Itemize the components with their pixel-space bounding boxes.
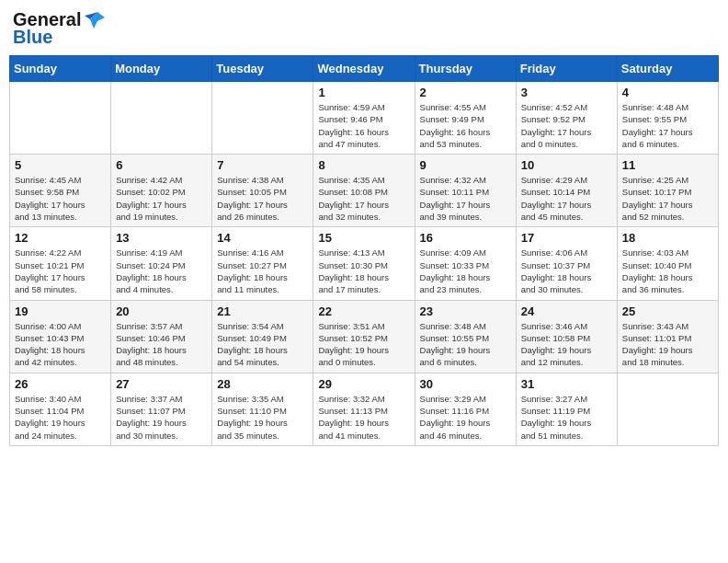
calendar-cell: 22Sunrise: 3:51 AM Sunset: 10:52 PM Dayl… (313, 300, 415, 373)
day-number: 3 (521, 86, 612, 99)
calendar-cell (111, 82, 212, 155)
day-number: 23 (420, 304, 511, 318)
calendar-table: SundayMondayTuesdayWednesdayThursdayFrid… (9, 55, 719, 446)
calendar-cell: 1Sunrise: 4:59 AM Sunset: 9:46 PM Daylig… (313, 82, 415, 155)
day-number: 1 (318, 86, 409, 99)
calendar-header-row: SundayMondayTuesdayWednesdayThursdayFrid… (10, 56, 719, 82)
day-info: Sunrise: 4:13 AM Sunset: 10:30 PM Daylig… (318, 247, 409, 295)
day-number: 4 (622, 86, 713, 99)
calendar-cell: 19Sunrise: 4:00 AM Sunset: 10:43 PM Dayl… (10, 300, 111, 373)
calendar-cell: 26Sunrise: 3:40 AM Sunset: 11:04 PM Dayl… (10, 373, 111, 445)
day-number: 5 (15, 158, 106, 172)
day-info: Sunrise: 4:35 AM Sunset: 10:08 PM Daylig… (318, 174, 409, 223)
day-number: 18 (622, 231, 713, 245)
day-number: 28 (217, 377, 308, 391)
day-number: 6 (116, 158, 207, 172)
calendar-cell: 31Sunrise: 3:27 AM Sunset: 11:19 PM Dayl… (516, 373, 617, 445)
day-info: Sunrise: 4:16 AM Sunset: 10:27 PM Daylig… (217, 247, 308, 295)
day-info: Sunrise: 4:42 AM Sunset: 10:02 PM Daylig… (116, 174, 207, 223)
calendar-week-row: 12Sunrise: 4:22 AM Sunset: 10:21 PM Dayl… (10, 227, 719, 300)
day-number: 17 (521, 231, 612, 245)
day-info: Sunrise: 3:37 AM Sunset: 11:07 PM Daylig… (116, 393, 207, 442)
day-info: Sunrise: 4:48 AM Sunset: 9:55 PM Dayligh… (622, 101, 713, 150)
day-number: 2 (420, 86, 511, 99)
day-info: Sunrise: 3:57 AM Sunset: 10:46 PM Daylig… (116, 320, 207, 369)
day-info: Sunrise: 3:51 AM Sunset: 10:52 PM Daylig… (318, 320, 409, 369)
day-number: 24 (521, 304, 612, 318)
day-of-week-tuesday: Tuesday (212, 56, 313, 82)
calendar-week-row: 5Sunrise: 4:45 AM Sunset: 9:58 PM Daylig… (10, 155, 719, 227)
calendar-cell: 8Sunrise: 4:35 AM Sunset: 10:08 PM Dayli… (313, 155, 415, 227)
day-info: Sunrise: 4:09 AM Sunset: 10:33 PM Daylig… (420, 247, 511, 295)
calendar-cell: 23Sunrise: 3:48 AM Sunset: 10:55 PM Dayl… (415, 300, 516, 373)
day-info: Sunrise: 3:29 AM Sunset: 11:16 PM Daylig… (420, 393, 511, 442)
day-number: 22 (318, 304, 409, 318)
day-number: 20 (116, 304, 207, 318)
day-number: 13 (116, 231, 207, 245)
calendar-cell: 10Sunrise: 4:29 AM Sunset: 10:14 PM Dayl… (516, 155, 617, 227)
calendar-cell: 17Sunrise: 4:06 AM Sunset: 10:37 PM Dayl… (516, 227, 617, 300)
calendar-cell: 14Sunrise: 4:16 AM Sunset: 10:27 PM Dayl… (212, 227, 313, 300)
calendar-cell: 12Sunrise: 4:22 AM Sunset: 10:21 PM Dayl… (10, 227, 111, 300)
logo: General Blue (13, 9, 105, 48)
day-info: Sunrise: 4:00 AM Sunset: 10:43 PM Daylig… (15, 320, 106, 369)
calendar-cell: 21Sunrise: 3:54 AM Sunset: 10:49 PM Dayl… (212, 300, 313, 373)
calendar-cell (212, 82, 313, 155)
day-info: Sunrise: 4:22 AM Sunset: 10:21 PM Daylig… (15, 247, 106, 295)
day-number: 16 (420, 231, 511, 245)
calendar-cell: 28Sunrise: 3:35 AM Sunset: 11:10 PM Dayl… (212, 373, 313, 445)
day-number: 19 (15, 304, 106, 318)
day-number: 21 (217, 304, 308, 318)
calendar-cell: 18Sunrise: 4:03 AM Sunset: 10:40 PM Dayl… (617, 227, 718, 300)
day-number: 10 (521, 158, 612, 172)
calendar-cell: 11Sunrise: 4:25 AM Sunset: 10:17 PM Dayl… (617, 155, 718, 227)
calendar-week-row: 26Sunrise: 3:40 AM Sunset: 11:04 PM Dayl… (10, 373, 719, 445)
calendar-cell: 16Sunrise: 4:09 AM Sunset: 10:33 PM Dayl… (415, 227, 516, 300)
day-number: 7 (217, 158, 308, 172)
calendar-cell (617, 373, 718, 445)
day-info: Sunrise: 4:59 AM Sunset: 9:46 PM Dayligh… (318, 101, 409, 150)
day-info: Sunrise: 4:03 AM Sunset: 10:40 PM Daylig… (622, 247, 713, 295)
day-number: 8 (318, 158, 409, 172)
day-of-week-friday: Friday (516, 56, 617, 82)
day-of-week-wednesday: Wednesday (313, 56, 415, 82)
calendar-cell: 9Sunrise: 4:32 AM Sunset: 10:11 PM Dayli… (415, 155, 516, 227)
calendar-cell (10, 82, 111, 155)
calendar-week-row: 19Sunrise: 4:00 AM Sunset: 10:43 PM Dayl… (10, 300, 719, 373)
day-number: 15 (318, 231, 409, 245)
calendar-cell: 29Sunrise: 3:32 AM Sunset: 11:13 PM Dayl… (313, 373, 415, 445)
logo-blue-text: Blue (13, 27, 52, 48)
calendar-cell: 15Sunrise: 4:13 AM Sunset: 10:30 PM Dayl… (313, 227, 415, 300)
day-info: Sunrise: 4:38 AM Sunset: 10:05 PM Daylig… (217, 174, 308, 223)
day-number: 9 (420, 158, 511, 172)
day-info: Sunrise: 4:19 AM Sunset: 10:24 PM Daylig… (116, 247, 207, 295)
day-of-week-thursday: Thursday (415, 56, 516, 82)
calendar-cell: 30Sunrise: 3:29 AM Sunset: 11:16 PM Dayl… (415, 373, 516, 445)
calendar-cell: 27Sunrise: 3:37 AM Sunset: 11:07 PM Dayl… (111, 373, 212, 445)
calendar-cell: 20Sunrise: 3:57 AM Sunset: 10:46 PM Dayl… (111, 300, 212, 373)
day-info: Sunrise: 4:32 AM Sunset: 10:11 PM Daylig… (420, 174, 511, 223)
day-info: Sunrise: 4:25 AM Sunset: 10:17 PM Daylig… (622, 174, 713, 223)
day-info: Sunrise: 4:29 AM Sunset: 10:14 PM Daylig… (521, 174, 612, 223)
day-number: 25 (622, 304, 713, 318)
calendar-week-row: 1Sunrise: 4:59 AM Sunset: 9:46 PM Daylig… (10, 82, 719, 155)
logo-bird-icon (85, 12, 105, 29)
day-info: Sunrise: 3:46 AM Sunset: 10:58 PM Daylig… (521, 320, 612, 369)
day-info: Sunrise: 3:32 AM Sunset: 11:13 PM Daylig… (318, 393, 409, 442)
day-info: Sunrise: 3:35 AM Sunset: 11:10 PM Daylig… (217, 393, 308, 442)
day-number: 26 (15, 377, 106, 391)
day-info: Sunrise: 4:06 AM Sunset: 10:37 PM Daylig… (521, 247, 612, 295)
day-number: 31 (521, 377, 612, 391)
calendar-cell: 5Sunrise: 4:45 AM Sunset: 9:58 PM Daylig… (10, 155, 111, 227)
calendar-cell: 4Sunrise: 4:48 AM Sunset: 9:55 PM Daylig… (617, 82, 718, 155)
day-info: Sunrise: 3:40 AM Sunset: 11:04 PM Daylig… (15, 393, 106, 442)
day-info: Sunrise: 4:52 AM Sunset: 9:52 PM Dayligh… (521, 101, 612, 150)
calendar-cell: 6Sunrise: 4:42 AM Sunset: 10:02 PM Dayli… (111, 155, 212, 227)
page-header: General Blue (9, 9, 719, 48)
day-number: 27 (116, 377, 207, 391)
day-of-week-saturday: Saturday (617, 56, 718, 82)
day-info: Sunrise: 3:54 AM Sunset: 10:49 PM Daylig… (217, 320, 308, 369)
calendar-cell: 7Sunrise: 4:38 AM Sunset: 10:05 PM Dayli… (212, 155, 313, 227)
calendar-cell: 24Sunrise: 3:46 AM Sunset: 10:58 PM Dayl… (516, 300, 617, 373)
day-info: Sunrise: 4:45 AM Sunset: 9:58 PM Dayligh… (15, 174, 106, 223)
